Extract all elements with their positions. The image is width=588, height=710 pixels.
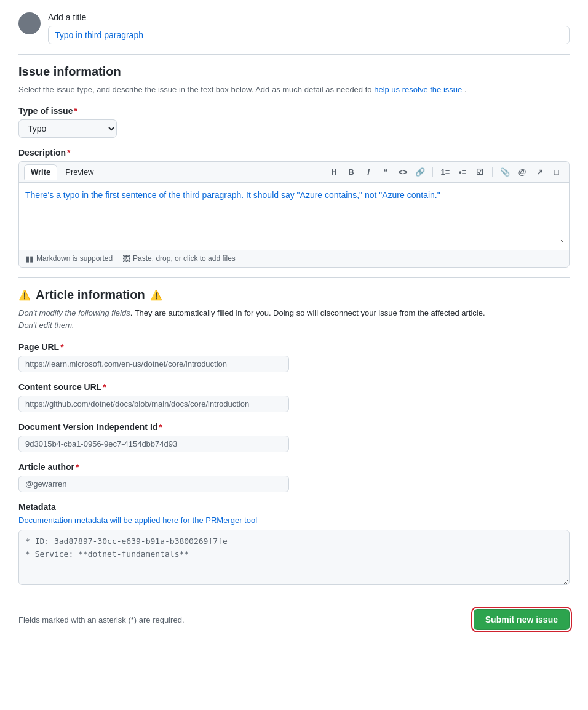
add-title-label: Add a title xyxy=(48,12,570,22)
toolbar-heading-icon[interactable]: H xyxy=(327,164,341,179)
type-of-issue-label: Type of issue* xyxy=(18,106,570,116)
title-input[interactable] xyxy=(48,26,570,44)
toolbar-sep-2 xyxy=(492,167,493,177)
toolbar-unordered-list-icon[interactable]: •≡ xyxy=(455,164,470,179)
toolbar-sep-1 xyxy=(432,167,433,177)
metadata-field: Metadata Documentation metadata will be … xyxy=(18,502,570,587)
toolbar-fullscreen-icon[interactable]: □ xyxy=(549,164,564,179)
toolbar-task-list-icon[interactable]: ☑ xyxy=(472,164,487,179)
toolbar-icons: H B I “ <> 🔗 1≡ •≡ ☑ 📎 @ ↗ □ xyxy=(327,164,564,179)
toolbar-ordered-list-icon[interactable]: 1≡ xyxy=(438,164,453,179)
divider-2 xyxy=(18,277,570,278)
editor-toolbar: Write Preview H B I “ <> 🔗 1≡ •≡ ☑ xyxy=(19,162,569,183)
warning-stripe-left: ⚠️ xyxy=(18,289,31,301)
toolbar-attach-icon[interactable]: 📎 xyxy=(498,164,512,179)
description-textarea[interactable]: There's a typo in the first sentence of … xyxy=(24,188,564,243)
page-url-field: Page URL* xyxy=(18,342,570,372)
tab-write[interactable]: Write xyxy=(24,164,57,180)
page-url-label: Page URL* xyxy=(18,342,570,352)
editor-body: There's a typo in the first sentence of … xyxy=(19,183,569,250)
page-url-input[interactable] xyxy=(18,356,289,372)
article-author-label: Article author* xyxy=(18,462,570,472)
markdown-supported: ▮▮ Markdown is supported xyxy=(25,254,113,263)
footer-bar: Fields marked with an asterisk (*) are r… xyxy=(18,602,570,630)
submit-new-issue-button[interactable]: Submit new issue xyxy=(474,609,570,630)
description-label: Description* xyxy=(18,148,570,158)
description-field: Description* Write Preview H B I “ <> 🔗 … xyxy=(18,148,570,268)
doc-version-input[interactable] xyxy=(18,436,289,452)
article-author-input[interactable] xyxy=(18,476,289,492)
attach-files[interactable]: 🖼 Paste, drop, or click to add files xyxy=(122,254,236,263)
article-information-heading: Article information xyxy=(36,288,145,302)
article-warning-text: Don't modify the following fields. They … xyxy=(18,307,570,333)
metadata-link[interactable]: Documentation metadata will be applied h… xyxy=(18,516,570,525)
image-icon: 🖼 xyxy=(122,254,130,263)
issue-description-text: Select the issue type, and describe the … xyxy=(18,84,570,96)
metadata-label: Metadata xyxy=(18,502,570,512)
warning-stripe-right: ⚠️ xyxy=(150,289,162,301)
markdown-icon: ▮▮ xyxy=(25,254,34,263)
doc-version-field: Document Version Independent Id* xyxy=(18,422,570,452)
toolbar-link-icon[interactable]: 🔗 xyxy=(413,164,427,179)
editor-footer: ▮▮ Markdown is supported 🖼 Paste, drop, … xyxy=(19,250,569,267)
toolbar-code-icon[interactable]: <> xyxy=(395,164,410,179)
tab-preview[interactable]: Preview xyxy=(58,164,100,180)
issue-information-heading: Issue information xyxy=(18,65,570,79)
toolbar-mention-icon[interactable]: @ xyxy=(515,164,530,179)
fields-required-note: Fields marked with an asterisk (*) are r… xyxy=(18,615,185,624)
toolbar-quote-icon[interactable]: “ xyxy=(378,164,393,179)
article-information-section: ⚠️ Article information ⚠️ Don't modify t… xyxy=(18,288,570,588)
toolbar-reference-icon[interactable]: ↗ xyxy=(532,164,547,179)
toolbar-bold-icon[interactable]: B xyxy=(344,164,359,179)
type-of-issue-select[interactable]: Typo Bug Suggestion Other xyxy=(18,119,117,138)
resolve-issue-link[interactable]: help us resolve the issue xyxy=(374,85,462,94)
article-author-field: Article author* xyxy=(18,462,570,492)
issue-information-section: Issue information Select the issue type,… xyxy=(18,65,570,268)
description-editor: Write Preview H B I “ <> 🔗 1≡ •≡ ☑ xyxy=(18,161,570,268)
metadata-textarea[interactable]: * ID: 3ad87897-30cc-e639-b91a-b3800269f7… xyxy=(18,530,570,585)
content-source-url-label: Content source URL* xyxy=(18,382,570,392)
avatar xyxy=(18,12,41,34)
content-source-url-input[interactable] xyxy=(18,396,289,412)
doc-version-label: Document Version Independent Id* xyxy=(18,422,570,432)
type-of-issue-field: Type of issue* Typo Bug Suggestion Other xyxy=(18,106,570,138)
toolbar-italic-icon[interactable]: I xyxy=(361,164,376,179)
article-info-header: ⚠️ Article information ⚠️ xyxy=(18,288,570,302)
divider-1 xyxy=(18,54,570,55)
content-source-url-field: Content source URL* xyxy=(18,382,570,412)
